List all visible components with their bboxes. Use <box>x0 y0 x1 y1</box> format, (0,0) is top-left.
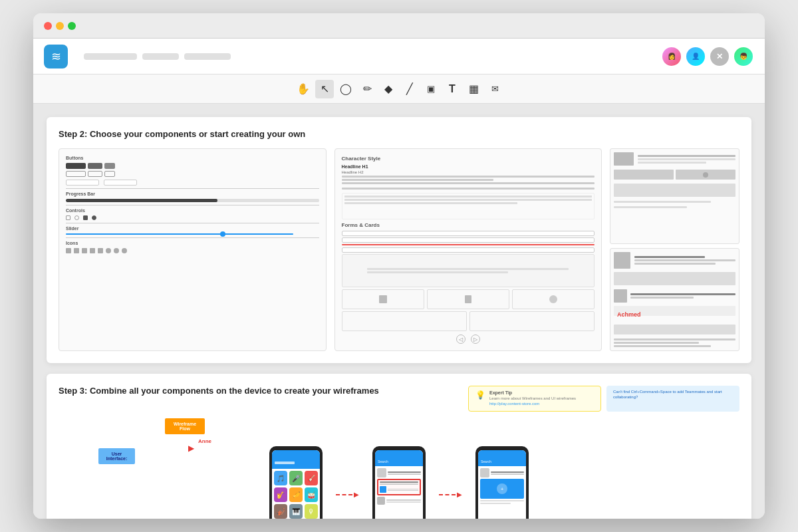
nav-pills <box>84 53 231 60</box>
avatar-3[interactable]: ✕ <box>709 46 730 67</box>
sticky-tool[interactable]: ▦ <box>464 80 483 98</box>
wireframe-panel: Achmed <box>610 148 739 351</box>
step2-title: Step 2: Choose your components or start … <box>59 129 739 139</box>
wireframe-flow-area: Wireframe Flow User Interface: Anne Pete… <box>59 418 739 519</box>
phone-2-status <box>375 450 423 457</box>
controls-label: Controls <box>66 208 319 213</box>
cursor-tool[interactable]: ↖ <box>315 80 334 98</box>
line-tool[interactable]: ╱ <box>400 80 419 98</box>
phone-1-screen: 🎵 🎤 🎸 🎷 🎺 🥁 🎻 🎹 🎙 <box>272 450 320 519</box>
phone-3: Search <box>475 446 529 519</box>
anne-arrow: ▶ <box>188 444 194 453</box>
phone-devices: 🎵 🎤 🎸 🎷 🎺 🥁 🎻 🎹 🎙 <box>59 446 739 519</box>
app-logo[interactable]: ≋ <box>44 45 68 68</box>
wireframe-1 <box>610 148 739 244</box>
step3-card: Step 3: Combine all your components on t… <box>47 374 751 519</box>
pen-tool[interactable]: ✏ <box>358 80 376 98</box>
image-tool[interactable]: ▣ <box>422 80 440 98</box>
step2-card: Step 2: Choose your components or start … <box>47 117 751 363</box>
icons-label: Icons <box>66 241 319 245</box>
avatar-1[interactable]: 👩 <box>661 46 682 67</box>
phone-1: 🎵 🎤 🎸 🎷 🎺 🥁 🎻 🎹 🎙 <box>269 446 323 519</box>
maximize-button[interactable] <box>68 22 76 30</box>
phone-3-screen: Search <box>478 450 526 519</box>
logo-icon: ≋ <box>51 49 61 64</box>
marker-tool[interactable]: ◆ <box>379 80 398 98</box>
slider-label: Slider <box>66 226 319 231</box>
nav-pill-2[interactable] <box>142 53 179 60</box>
progress-label: Progress Bar <box>66 192 319 196</box>
text-tool[interactable]: T <box>443 80 462 98</box>
title-bar <box>33 13 765 39</box>
char-style-label: Character Style <box>342 156 595 162</box>
step2-content: Buttons P <box>59 148 739 351</box>
minimize-button[interactable] <box>56 22 64 30</box>
phone-connector-2: ▶ <box>439 491 462 498</box>
phone-1-status <box>272 450 320 457</box>
user-interface-sticky[interactable]: User Interface: <box>98 448 135 464</box>
mac-window: ≋ 👩 👤 ✕ 👦 ✋ ↖ ◯ ✏ ◆ ╱ ▣ T ▦ ✉ Step 2: Ch… <box>33 13 765 519</box>
canvas-area: Step 2: Choose your components or start … <box>33 104 765 519</box>
buttons-panel: Buttons P <box>59 148 327 351</box>
tip-content: Expert Tip Learn more about Wireframes a… <box>489 390 594 407</box>
hand-tool[interactable]: ✋ <box>294 80 313 98</box>
character-panel: Character Style Headline H1 Headline H2 <box>334 148 602 351</box>
step3-title: Step 3: Combine all your components on t… <box>59 386 379 396</box>
phone-3-status <box>478 450 526 457</box>
wireframe-2: Achmed <box>610 248 739 351</box>
shape-tool[interactable]: ◯ <box>336 80 355 98</box>
buttons-label: Buttons <box>66 156 319 160</box>
collaboration-tip: Can't find Ctrl+Command+Space to add Tea… <box>606 386 739 412</box>
app-header: ≋ 👩 👤 ✕ 👦 <box>33 39 765 74</box>
phone-2: Search <box>372 446 426 519</box>
avatar-2[interactable]: 👤 <box>685 46 706 67</box>
traffic-lights <box>44 22 76 30</box>
avatar-4[interactable]: 👦 <box>733 46 754 67</box>
phone-2-screen: Search <box>375 450 423 519</box>
nav-pill-1[interactable] <box>84 53 137 60</box>
anne-label: Anne <box>198 438 211 444</box>
nav-pill-3[interactable] <box>184 53 231 60</box>
comment-tool[interactable]: ✉ <box>485 80 504 98</box>
phone-connector-1: ▶ <box>336 491 359 498</box>
phone-1-grid: 🎵 🎤 🎸 🎷 🎺 🥁 🎻 🎹 🎙 <box>272 469 320 519</box>
lightbulb-icon: 💡 <box>475 390 485 407</box>
toolbar: ✋ ↖ ◯ ✏ ◆ ╱ ▣ T ▦ ✉ <box>33 74 765 104</box>
tip-box: 💡 Expert Tip Learn more about Wireframes… <box>468 386 601 412</box>
wireframe-flow-sticky[interactable]: Wireframe Flow <box>165 418 205 434</box>
collaborator-avatars: 👩 👤 ✕ 👦 <box>661 46 754 67</box>
close-button[interactable] <box>44 22 52 30</box>
